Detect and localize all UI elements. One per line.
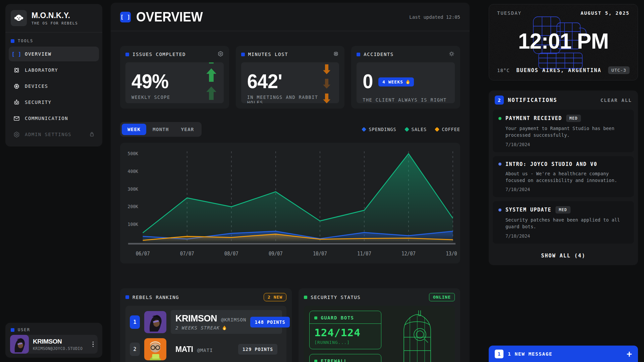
legend-item-coffee[interactable]: COFFEE: [435, 127, 460, 132]
section-marker-icon: [11, 39, 14, 43]
clear-all-button[interactable]: CLEAR ALL: [600, 98, 632, 103]
tab-month[interactable]: MONTH: [147, 124, 175, 135]
new-count-badge: 2 NEW: [264, 293, 286, 301]
gear-icon: [13, 131, 20, 138]
last-updated: Last updated 12:05: [409, 14, 460, 20]
down-arrows-icon: [320, 64, 334, 103]
stat-body: 642' IN MEETINGS AND RABBIT HOLES: [241, 62, 339, 103]
stat-title: ACCIDENTS: [364, 52, 393, 57]
svg-text:200K: 200K: [128, 204, 139, 209]
sidebar-item-security[interactable]: SECURITY: [9, 95, 99, 110]
sidebar-item-devices[interactable]: DEVICES: [9, 79, 99, 94]
legend-item-spendings[interactable]: SPENDINGS: [362, 127, 396, 132]
notification-body: Security patches have been applied to al…: [505, 217, 628, 230]
user-meta: KRIMSON KRIMSON@JOYCO.STUDIO: [29, 335, 89, 354]
new-message-bar[interactable]: 1 1 NEW MESSAGE +: [489, 346, 638, 362]
ranking-row-content: KRIMSON @KRIMSON 2 WEEKS STREAK: [171, 310, 282, 334]
notification-title: SYSTEM UPDATE: [505, 207, 551, 213]
show-all-button[interactable]: SHOW ALL (4): [489, 248, 638, 264]
rank-badge: 1: [130, 315, 140, 329]
svg-text:06/07: 06/07: [136, 250, 150, 257]
user-card[interactable]: KRIMSON KRIMSON@JOYCO.STUDIO: [10, 335, 98, 354]
points-badge: 148 POINTS: [250, 317, 289, 327]
ranking-row-2[interactable]: 2: [130, 338, 282, 360]
status-dot-icon: [498, 117, 501, 120]
sidebar-item-label: DEVICES: [25, 83, 48, 89]
atom-icon: [13, 67, 20, 74]
orange-diamond-icon: [435, 127, 439, 132]
lock-icon: [89, 131, 95, 138]
ranking-row-content: MATI @MATI 129 POINTS: [171, 341, 282, 358]
status-dot-icon: [498, 163, 501, 166]
notification-intro-joyco[interactable]: INTRO: JOYCO STUDIO AND V0 About us - We…: [493, 156, 634, 197]
sidebar-item-label: ADMIN SETTINGS: [25, 132, 71, 137]
legend-item-sales[interactable]: SALES: [405, 127, 427, 132]
user-panel: USER KRIMSON KRIMSON@JOYCO.STUDIO: [5, 323, 102, 358]
avatar: [144, 311, 166, 333]
section-marker-icon: [11, 328, 14, 332]
range-tabs: WEEK MONTH YEAR: [120, 122, 202, 137]
sun-gear-icon[interactable]: [448, 51, 455, 58]
stat-header: ISSUES COMPLETED: [125, 51, 224, 58]
notification-date: 7/10/2024: [505, 187, 628, 192]
notification-body: Your payment to Rampant Studio has been …: [505, 125, 628, 139]
sidebar-item-admin-settings[interactable]: ADMIN SETTINGS: [9, 127, 99, 142]
sidebar-item-overview[interactable]: [ ] OVERVIEW: [9, 47, 99, 61]
notification-date: 7/10/2024: [505, 142, 628, 147]
area-chart[interactable]: 100K200K300K400K500K06/0707/0708/0709/07…: [120, 143, 460, 263]
security-status-card: SECURITY STATUS ONLINE GUARD BOTS 124/12…: [299, 288, 460, 362]
stat-header: MINUTES LOST: [241, 51, 339, 58]
notification-count-badge: 2: [495, 96, 504, 105]
security-title: SECURITY STATUS: [311, 295, 361, 300]
chip-gear-icon[interactable]: [333, 51, 339, 58]
guard-bots-status: [RUNNING...]: [310, 339, 381, 346]
card-marker-icon: [241, 53, 245, 56]
guard-bots-label: GUARD BOTS: [321, 315, 354, 320]
rebels-ranking-card: REBELS RANKING 2 NEW 1: [120, 288, 292, 362]
user-menu-dots-icon[interactable]: [89, 342, 98, 347]
notification-title: PAYMENT RECEIVED: [505, 115, 562, 121]
rebel-streak: 2 WEEKS STREAK: [175, 325, 246, 330]
guard-bots-header: GUARD BOTS: [310, 314, 381, 324]
plus-icon[interactable]: +: [627, 350, 632, 358]
streak-text: 2 WEEKS STREAK: [175, 325, 220, 330]
notifications-header: 2 NOTIFICATIONS CLEAR ALL: [489, 90, 638, 110]
sidebar-item-laboratory[interactable]: LABORATORY: [9, 63, 99, 77]
svg-text:400K: 400K: [128, 168, 139, 174]
bottom-row: REBELS RANKING 2 NEW 1: [120, 288, 460, 362]
firewall-box: FIREWALL: [309, 354, 381, 362]
notification-body: About us - We're a healthcare company fo…: [505, 170, 628, 184]
tab-week[interactable]: WEEK: [122, 124, 146, 135]
notification-payment-received[interactable]: PAYMENT RECEIVED MED Your payment to Ram…: [493, 110, 634, 152]
stats-row: ISSUES COMPLETED 49% WEEKLY SCOPE: [120, 46, 460, 109]
svg-text:100K: 100K: [128, 221, 139, 227]
stat-caption: THE CLIENT ALWAYS IS RIGHT: [363, 97, 449, 103]
notification-system-update[interactable]: SYSTEM UPDATE MED Security patches have …: [493, 201, 634, 244]
sidebar-item-label: LABORATORY: [25, 67, 58, 73]
sidebar-item-communication[interactable]: COMMUNICATION: [9, 111, 99, 126]
streak-badge-text: 4 WEEKS: [382, 79, 403, 84]
svg-text:07/07: 07/07: [180, 250, 194, 257]
sidebar-item-label: OVERVIEW: [25, 51, 51, 57]
rebel-handle: @KRIMSON: [221, 317, 246, 322]
overview-brackets-icon: [ ]: [120, 12, 131, 22]
stat-card-issues-completed: ISSUES COMPLETED 49% WEEKLY SCOPE: [120, 46, 229, 109]
user-section-label: USER: [11, 327, 97, 332]
svg-text:09/07: 09/07: [269, 250, 283, 257]
page-header: [ ] OVERVIEW Last updated 12:05: [111, 3, 470, 31]
green-marker-icon: [314, 316, 317, 319]
svg-text:500K: 500K: [128, 150, 139, 156]
ranking-row-1[interactable]: 1 KRIMSON: [130, 310, 282, 334]
rebel-name: KRIMSON: [175, 313, 217, 324]
wireframe-rocket-art: [397, 310, 437, 362]
stat-title: MINUTES LOST: [248, 52, 288, 57]
svg-text:10/07: 10/07: [313, 250, 327, 257]
tab-year[interactable]: YEAR: [175, 124, 200, 135]
rebel-handle: @MATI: [197, 348, 213, 353]
up-arrows-icon: [204, 62, 218, 103]
fire-icon: [406, 79, 410, 84]
hex-gear-icon[interactable]: [217, 51, 224, 58]
notifications-panel: 2 NOTIFICATIONS CLEAR ALL PAYMENT RECEIV…: [489, 90, 638, 265]
legend-label: SPENDINGS: [369, 127, 396, 132]
legend-label: SALES: [412, 127, 427, 132]
